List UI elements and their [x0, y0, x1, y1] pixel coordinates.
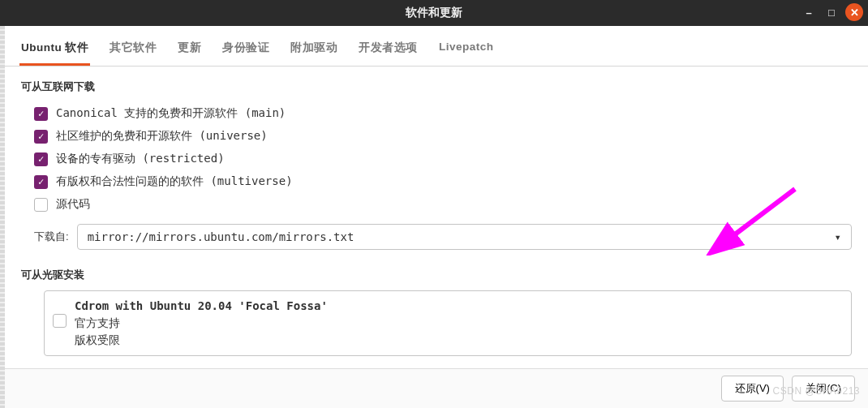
checkbox-source-label: 源代码: [56, 197, 90, 212]
window-title: 软件和更新: [406, 6, 462, 20]
checkbox-multiverse-label: 有版权和合法性问题的的软件 (multiverse): [56, 174, 293, 189]
close-icon: ✕: [850, 7, 859, 18]
maximize-button[interactable]: □: [823, 3, 840, 21]
maximize-icon: □: [828, 7, 835, 18]
cdrom-entry[interactable]: Cdrom with Ubuntu 20.04 'Focal Fossa' 官方…: [44, 290, 852, 356]
tab-bar: Ubuntu 软件 其它软件 更新 身份验证 附加驱动 开发者选项 Livepa…: [5, 26, 868, 67]
tab-livepatch[interactable]: Livepatch: [437, 36, 496, 66]
checkbox-source[interactable]: [34, 198, 48, 212]
tab-authentication[interactable]: 身份验证: [221, 36, 271, 66]
tab-ubuntu-software[interactable]: Ubuntu 软件: [19, 36, 90, 66]
tab-additional-drivers[interactable]: 附加驱动: [289, 36, 339, 66]
window-titlebar: 软件和更新 – □ ✕: [0, 0, 868, 26]
checkbox-universe-label: 社区维护的免费和开源软件 (universe): [56, 129, 268, 144]
checkbox-row-multiverse[interactable]: ✓ 有版权和合法性问题的的软件 (multiverse): [21, 170, 852, 193]
cdrom-line1: 官方支持: [75, 315, 328, 332]
dialog-footer: 还原(V) 关闭(C): [5, 368, 868, 408]
download-from-value: mirror://mirrors.ubuntu.com/mirrors.txt: [88, 230, 355, 243]
section-internet-heading: 可从互联网下载: [21, 79, 852, 94]
checkbox-universe[interactable]: ✓: [34, 130, 48, 144]
checkbox-row-restricted[interactable]: ✓ 设备的专有驱动 (restricted): [21, 148, 852, 170]
cdrom-line2: 版权受限: [75, 332, 328, 349]
checkbox-multiverse[interactable]: ✓: [34, 175, 48, 189]
tab-developer-options[interactable]: 开发者选项: [357, 36, 419, 66]
tab-updates[interactable]: 更新: [176, 36, 203, 66]
minimize-button[interactable]: –: [800, 3, 818, 21]
checkbox-restricted[interactable]: ✓: [34, 152, 48, 166]
checkbox-cdrom[interactable]: [53, 314, 67, 328]
cdrom-title: Cdrom with Ubuntu 20.04 'Focal Fossa': [75, 298, 328, 315]
chevron-down-icon: ▾: [835, 230, 841, 243]
download-from-label: 下载自:: [34, 230, 69, 244]
checkbox-main[interactable]: ✓: [34, 107, 48, 121]
checkbox-row-universe[interactable]: ✓ 社区维护的免费和开源软件 (universe): [21, 125, 852, 148]
close-button[interactable]: ✕: [845, 3, 863, 21]
minimize-icon: –: [806, 7, 811, 18]
watermark: CSDN @SHA9213: [773, 385, 860, 397]
checkbox-row-main[interactable]: ✓ Canonical 支持的免费和开源软件 (main): [21, 102, 852, 125]
section-cdrom-heading: 可从光驱安装: [21, 268, 852, 282]
download-from-select[interactable]: mirror://mirrors.ubuntu.com/mirrors.txt …: [77, 224, 852, 250]
checkbox-main-label: Canonical 支持的免费和开源软件 (main): [56, 106, 286, 121]
tab-other-software[interactable]: 其它软件: [108, 36, 158, 66]
checkbox-row-source[interactable]: 源代码: [21, 193, 852, 216]
checkbox-restricted-label: 设备的专有驱动 (restricted): [56, 152, 225, 166]
